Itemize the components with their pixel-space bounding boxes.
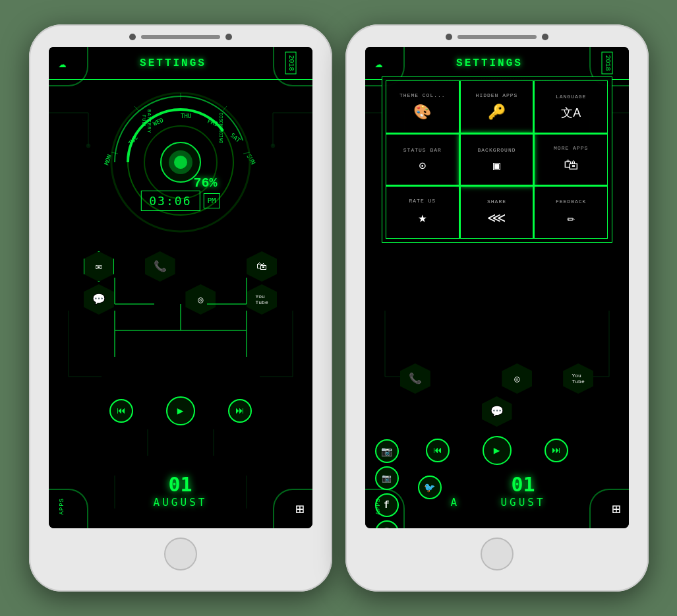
year-1: 2018 [285, 51, 297, 74]
next-btn-1[interactable]: ⏭ [228, 399, 252, 423]
sensor-2 [542, 34, 548, 40]
settings-menu-2: THEME COL... 🎨 HIDDEN APPS 🔑 LANGUAGE 文A [382, 77, 612, 243]
share-icon: ⋘ [487, 210, 506, 226]
youtube-icon-2[interactable]: YouTube [563, 363, 593, 394]
svg-point-26 [174, 156, 187, 169]
language-icon: 文A [561, 105, 581, 121]
background-icon: ▣ [493, 158, 500, 173]
menu-status-bar[interactable]: STATUS BAR ⊙ [386, 133, 460, 186]
menu-theme-color[interactable]: THEME COL... 🎨 [386, 80, 460, 133]
music-controls-2: ⏮ ▶ ⏭ [365, 436, 629, 465]
grid-icon-1[interactable]: ⊞ [295, 501, 304, 518]
cloud-icon-2[interactable]: ☁ [375, 55, 383, 71]
speaker-1 [141, 35, 220, 39]
date-day-1: 01 [154, 473, 208, 496]
time-display-1: 03:06 PM [140, 191, 220, 211]
date-display-2: 01 UGUST [500, 473, 545, 508]
settings-header-1: ☁ SETTINGS 2018 [49, 47, 312, 80]
chrome-icon-2[interactable]: ◎ [502, 363, 532, 394]
menu-share[interactable]: SHARE ⋘ [459, 186, 534, 239]
sensor-1 [225, 34, 232, 40]
instagram-icon-2[interactable]: 📷 [375, 466, 399, 490]
rate-us-icon: ★ [418, 209, 427, 227]
menu-language[interactable]: LANGUAGE 文A [534, 80, 608, 133]
home-button-2[interactable] [481, 538, 514, 570]
phone-bottom-1 [164, 528, 197, 570]
front-camera-1 [129, 34, 136, 40]
discharging-label-1: DISCHARGING [218, 113, 223, 143]
feedback-label: FEEDBACK [556, 199, 586, 204]
screen-bg-1: ☁ SETTINGS 2018 MON TUE WED THU FRI SAT … [49, 47, 312, 528]
more-apps-label: MORE APPS [554, 145, 588, 151]
message-icon-2[interactable]: 💬 [482, 396, 512, 427]
more-apps-icon: 🛍 [564, 156, 578, 174]
settings-header-2: ☁ SETTINGS 2018 [365, 47, 629, 80]
date-month-2: UGUST [500, 496, 545, 508]
share-label: SHARE [487, 199, 506, 204]
next-btn-2[interactable]: ⏭ [545, 439, 568, 462]
corner-arc-br-1 [273, 489, 312, 528]
time-box-1: 03:06 [140, 191, 200, 211]
phone-1: ☁ SETTINGS 2018 MON TUE WED THU FRI SAT … [29, 24, 332, 592]
prev-btn-2[interactable]: ⏮ [426, 439, 450, 462]
date-day-2: 01 [500, 473, 545, 496]
menu-rate-us[interactable]: RATE US ★ [386, 186, 460, 239]
rate-us-label: RATE US [409, 198, 436, 204]
theme-color-icon: 🎨 [413, 104, 431, 121]
menu-more-apps[interactable]: MORE APPS 🛍 [534, 133, 608, 186]
date-month-1: AUGUST [154, 496, 208, 508]
play-btn-1[interactable]: ▶ [166, 396, 195, 425]
speaker-2 [457, 35, 537, 39]
apps-label-2[interactable]: APPS [375, 498, 382, 515]
connector-lines-1 [49, 251, 312, 383]
gauge-svg-1 [102, 83, 260, 241]
menu-feedback[interactable]: FEEDBACK ✏ [534, 186, 608, 239]
phone-top-1 [29, 24, 332, 40]
menu-background[interactable]: BACKGROUND ▣ [459, 133, 534, 186]
language-label: LANGUAGE [556, 94, 586, 100]
phone-top-2 [345, 24, 649, 40]
menu-grid-2: THEME COL... 🎨 HIDDEN APPS 🔑 LANGUAGE 文A [386, 80, 608, 239]
screen-bg-2: ☁ SETTINGS 2018 THEME COL... [365, 47, 629, 528]
apps-label-1[interactable]: APPS [59, 498, 65, 515]
grid-icon-2[interactable]: ⊞ [612, 501, 620, 518]
app-icons-row-phone2: 📞 ◎ YouTube [365, 363, 629, 394]
theme-color-label: THEME COL... [399, 92, 446, 98]
front-camera-2 [446, 34, 452, 40]
app-icons-row-phone2b: 💬 [365, 396, 629, 427]
corner-arc-br-2 [589, 489, 629, 528]
phone-icon-2[interactable]: 📞 [400, 363, 430, 394]
screen-1: ☁ SETTINGS 2018 MON TUE WED THU FRI SAT … [49, 47, 312, 528]
background-label: BACKGROUND [477, 147, 515, 153]
feedback-icon: ✏ [567, 210, 575, 226]
battery-label-1: BATTERY FULL [141, 109, 152, 133]
play-btn-2[interactable]: ▶ [483, 436, 512, 465]
settings-title-2: SETTINGS [456, 57, 523, 69]
twitter-icon-2-wrap: 🐦 [418, 476, 442, 499]
menu-hidden-apps[interactable]: HIDDEN APPS 🔑 [459, 80, 534, 133]
status-bar-label: STATUS BAR [403, 147, 442, 153]
date-a-prefix-2: A [451, 496, 460, 508]
date-display-1: 01 AUGUST [154, 473, 208, 508]
twitter-icon-2[interactable]: 🐦 [418, 476, 442, 499]
cloud-icon-1[interactable]: ☁ [59, 55, 67, 71]
phone-2: ☁ SETTINGS 2018 THEME COL... [345, 24, 649, 592]
whatsapp-icon-2[interactable]: 💬 [375, 520, 399, 528]
prev-btn-1[interactable]: ⏮ [109, 399, 133, 423]
screen-2: ☁ SETTINGS 2018 THEME COL... [365, 47, 629, 528]
status-bar-icon: ⊙ [419, 158, 426, 173]
corner-arc-bl-1 [49, 489, 88, 528]
music-controls-1: ⏮ ▶ ⏭ [49, 396, 312, 425]
year-2: 2018 [602, 51, 613, 74]
battery-percent-1: 76% [194, 175, 218, 191]
settings-title-1: SETTINGS [140, 57, 206, 69]
phone-bottom-2 [481, 528, 514, 570]
hidden-apps-icon: 🔑 [488, 104, 506, 121]
phones-container: ☁ SETTINGS 2018 MON TUE WED THU FRI SAT … [29, 24, 649, 592]
ampm-box-1: PM [203, 193, 220, 208]
home-button-1[interactable] [164, 538, 197, 570]
hidden-apps-label: HIDDEN APPS [476, 92, 518, 98]
